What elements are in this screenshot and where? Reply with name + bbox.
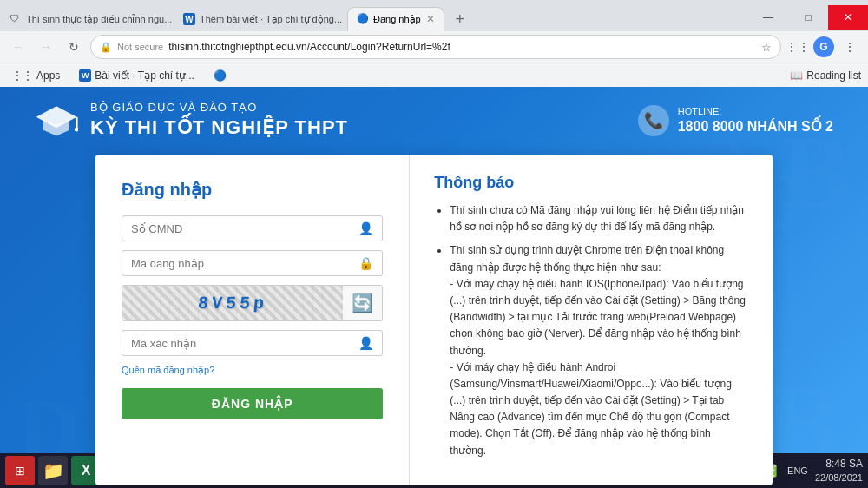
tab-2[interactable]: W Thêm bài viết · Tạp chí tự động... ✕ [174, 7, 347, 31]
bai-viet-label: Bài viết · Tạp chí tự... [95, 69, 194, 82]
tab-3-favicon: 🔵 [357, 13, 369, 25]
tab-3[interactable]: 🔵 Đăng nhập ✕ [347, 7, 444, 31]
lock-icon: 🔒 [100, 42, 112, 53]
hotline-number: 1800 8000 NHÁNH SỐ 2 [678, 118, 833, 136]
header-line1: BỘ GIÁO DỤC VÀ ĐÀO TẠO [90, 101, 348, 115]
tab-3-close[interactable]: ✕ [426, 13, 435, 25]
hotline-label: HOTLINE: [678, 105, 833, 117]
account-icon[interactable]: G [812, 36, 835, 58]
forgot-link[interactable]: Quên mã đăng nhập? [122, 365, 383, 376]
browser-right-icons: ⋮⋮ G ⋮ [786, 36, 861, 58]
bookmarks-apps[interactable]: ⋮⋮ Apps [7, 68, 65, 83]
minimize-button[interactable]: — [748, 5, 788, 30]
address-actions: ☆ [761, 41, 772, 54]
phone-icon: 📞 [638, 105, 669, 136]
notice-title: Thông báo [434, 174, 748, 192]
back-button[interactable]: ← [7, 36, 30, 58]
lock-field-icon: 🔒 [358, 256, 373, 270]
login-title: Đăng nhập [122, 179, 383, 200]
person-icon: 👤 [358, 221, 373, 235]
header-line2: KỲ THI TỐT NGHIỆP THPT [90, 115, 348, 141]
bookmark-3-icon: 🔵 [214, 69, 227, 82]
apps-label: Apps [36, 69, 60, 82]
maximize-button[interactable]: □ [788, 5, 828, 30]
bookmarks-bar: ⋮⋮ Apps W Bài viết · Tạp chí tự... 🔵 📖 R… [0, 63, 868, 87]
captcha-refresh-button[interactable]: 🔄 [343, 286, 382, 320]
tab-1[interactable]: 🛡 Thí sinh thực tập điều chỉnh ngu... ✕ [0, 7, 174, 31]
header-left: BỘ GIÁO DỤC VÀ ĐÀO TẠO KỲ THI TỐT NGHIỆP… [35, 99, 348, 142]
bai-viet-favicon: W [79, 69, 91, 82]
notice-item-1: Thí sinh chưa có Mã đăng nhập vui lòng l… [450, 202, 748, 235]
login-form: Đăng nhập 👤 🔒 8V55p 🔄 [95, 155, 410, 485]
id-input[interactable] [131, 222, 358, 235]
tab-1-label: Thí sinh thực tập điều chỉnh ngu... [26, 14, 172, 25]
main-content: B C A D B BỘ GIÁO DỤC VÀ ĐÀO TẠO KỲ THI … [0, 87, 868, 488]
captcha-input[interactable] [131, 337, 358, 350]
bookmark-3[interactable]: 🔵 [208, 68, 232, 83]
forward-button[interactable]: → [35, 36, 57, 58]
captcha-image: 8V55p [122, 286, 343, 320]
graduation-cap-icon [35, 99, 78, 142]
bookmark-bai-viet[interactable]: W Bài viết · Tạp chí tự... [74, 68, 199, 83]
header-title: BỘ GIÁO DỤC VÀ ĐÀO TẠO KỲ THI TỐT NGHIỆP… [90, 101, 348, 140]
apps-grid-icon: ⋮⋮ [12, 69, 33, 82]
extensions-icon[interactable]: ⋮⋮ [786, 36, 809, 58]
new-tab-button[interactable]: + [448, 7, 472, 31]
refresh-button[interactable]: ↻ [62, 36, 85, 58]
window-controls: — □ ✕ [748, 5, 868, 30]
tab-3-label: Đăng nhập [373, 14, 421, 25]
tab-2-label: Thêm bài viết · Tạp chí tự động... [200, 14, 342, 25]
bookmark-star-icon[interactable]: ☆ [761, 41, 772, 54]
close-button[interactable]: ✕ [828, 5, 868, 30]
header-right: 📞 HOTLINE: 1800 8000 NHÁNH SỐ 2 [638, 105, 833, 136]
notice-item-2: Thí sinh sử dụng trình duyệt Chrome trên… [450, 242, 748, 458]
card-area: Đăng nhập 👤 🔒 8V55p 🔄 [0, 155, 868, 485]
notice-panel: Thông báo Thí sinh chưa có Mã đăng nhập … [410, 155, 773, 485]
tab-2-favicon: W [183, 13, 195, 25]
captcha-row: 8V55p 🔄 [122, 285, 383, 321]
svg-point-3 [75, 128, 78, 132]
svg-marker-0 [36, 106, 77, 128]
captcha-text: 8V55p [197, 293, 268, 313]
tab-1-favicon: 🛡 [10, 13, 22, 25]
address-box[interactable]: 🔒 Not secure thisinh.thitotnghiepthpt.ed… [90, 35, 781, 59]
not-secure-label: Not secure [117, 42, 163, 52]
more-menu-icon[interactable]: ⋮ [838, 36, 861, 58]
login-button[interactable]: ĐĂNG NHẬP [122, 388, 383, 419]
password-input-row[interactable]: 🔒 [122, 250, 383, 276]
id-input-row[interactable]: 👤 [122, 215, 383, 241]
captcha-input-row[interactable]: 👤 [122, 330, 383, 356]
login-card: Đăng nhập 👤 🔒 8V55p 🔄 [95, 155, 773, 485]
site-header: BỘ GIÁO DỤC VÀ ĐÀO TẠO KỲ THI TỐT NGHIỆP… [0, 87, 868, 155]
reading-list-icon: 📖 [790, 69, 803, 82]
user-avatar: G [813, 36, 834, 57]
reading-list-label: Reading list [806, 69, 861, 82]
notice-list: Thí sinh chưa có Mã đăng nhập vui lòng l… [434, 202, 748, 459]
captcha-person-icon: 👤 [358, 336, 373, 350]
address-bar-row: ← → ↻ 🔒 Not secure thisinh.thitotnghiept… [0, 31, 868, 63]
hotline-text: HOTLINE: 1800 8000 NHÁNH SỐ 2 [678, 105, 833, 135]
password-input[interactable] [131, 257, 358, 270]
reading-list-button[interactable]: 📖 Reading list [790, 69, 861, 82]
url-text: thisinh.thitotnghiepthpt.edu.vn/Account/… [168, 41, 756, 53]
